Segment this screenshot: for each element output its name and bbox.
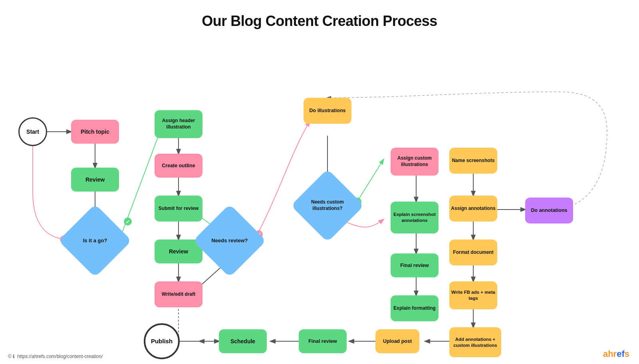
copyright-icon: © ℹ — [8, 354, 15, 359]
do-annotations-label: Do annotations — [531, 207, 568, 214]
assign-annotations-label: Assign annotations — [451, 206, 495, 212]
add-annotations-node: Add annotations + custom illustrations — [449, 327, 501, 357]
pitch-topic-node: Pitch topic — [71, 120, 119, 144]
pitch-topic-label: Pitch topic — [81, 128, 109, 135]
publish-node: Publish — [144, 323, 180, 359]
svg-line-18 — [355, 160, 383, 206]
publish-label: Publish — [151, 337, 173, 345]
assign-header-label: Assign header illustration — [155, 118, 202, 130]
do-annotations-node: Do annotations — [525, 198, 573, 224]
is-it-a-go-container: Is it a go? — [69, 215, 121, 267]
create-outline-label: Create outline — [162, 162, 195, 169]
brand-name-orange: ahr — [603, 349, 617, 359]
review1-label: Review — [85, 176, 105, 183]
assign-header-node: Assign header illustration — [155, 110, 202, 138]
format-document-label: Format document — [453, 249, 493, 256]
upload-post-node: Upload post — [375, 329, 419, 353]
final-review1-label: Final review — [400, 262, 429, 269]
diagram-area: ✕ ✓ ✓ ✕ ✓ ✕ — [0, 36, 639, 364]
footer-left: © ℹ https://ahrefs.com/blog/content-crea… — [8, 354, 103, 359]
add-annotations-label: Add annotations + custom illustrations — [449, 336, 501, 348]
needs-custom-label: Needs custom illustrations? — [306, 184, 349, 228]
explain-screenshot-label: Explain screenshot annotations — [391, 212, 439, 224]
final-review2-label: Final review — [308, 338, 337, 344]
page-title: Our Blog Content Creation Process — [0, 0, 639, 30]
review1-node: Review — [71, 168, 119, 192]
is-it-a-go-label: Is it a go? — [73, 219, 117, 263]
start-label: Start — [26, 128, 39, 135]
write-fb-ads-label: Write FB ads + meta tags — [449, 289, 497, 301]
create-outline-node: Create outline — [155, 154, 202, 178]
svg-text:✓: ✓ — [126, 219, 130, 225]
assign-custom-label: Assign custom illustrations — [391, 155, 439, 168]
name-screenshots-node: Name screenshots — [449, 148, 497, 174]
final-review2-node: Final review — [299, 329, 347, 353]
needs-custom-container: Needs custom illustrations? — [302, 180, 353, 231]
start-node: Start — [18, 117, 47, 146]
write-edit-node: Write/edit draft — [155, 281, 202, 307]
explain-formatting-label: Explain formatting — [393, 305, 435, 312]
assign-custom-node: Assign custom illustrations — [391, 148, 439, 176]
schedule-node: Schedule — [219, 329, 267, 353]
submit-review-node: Submit for review — [155, 196, 202, 222]
needs-review-container: Needs review? — [204, 215, 256, 267]
format-document-node: Format document — [449, 239, 497, 265]
write-edit-label: Write/edit draft — [162, 291, 195, 298]
name-screenshots-label: Name screenshots — [452, 158, 495, 164]
do-illustrations-node: Do illustrations — [304, 98, 351, 124]
footer-brand: ahrefs — [603, 349, 629, 359]
write-fb-ads-node: Write FB ads + meta tags — [449, 281, 497, 309]
explain-screenshot-node: Explain screenshot annotations — [391, 202, 439, 233]
explain-formatting-node: Explain formatting — [391, 295, 439, 321]
review2-node: Review — [155, 239, 202, 263]
do-illustrations-label: Do illustrations — [310, 107, 346, 114]
svg-point-6 — [124, 218, 132, 226]
brand-name-blue: ef — [617, 349, 625, 359]
upload-post-label: Upload post — [383, 338, 412, 344]
review2-label: Review — [169, 248, 188, 255]
brand-name-orange2: s — [625, 349, 629, 359]
submit-review-label: Submit for review — [159, 206, 199, 212]
final-review1-node: Final review — [391, 253, 439, 277]
assign-annotations-node: Assign annotations — [449, 196, 497, 222]
footer-url: https://ahrefs.com/blog/content-creation… — [17, 354, 103, 359]
schedule-label: Schedule — [230, 338, 255, 345]
needs-review-label: Needs review? — [208, 219, 252, 263]
